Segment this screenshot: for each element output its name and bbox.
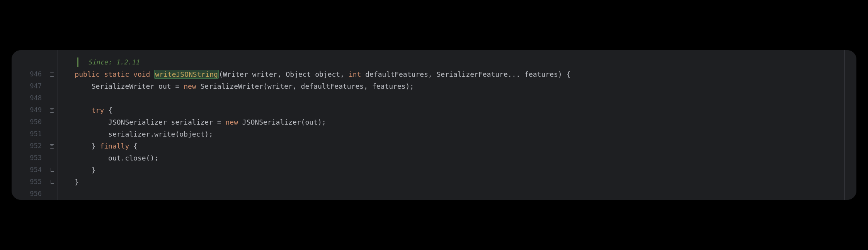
line-number[interactable]: 956	[12, 188, 48, 200]
fold-cell	[48, 128, 58, 140]
equals: =	[213, 118, 226, 126]
brace-open: {	[133, 142, 138, 150]
statement: out.close();	[108, 154, 158, 162]
code-line-954[interactable]: }	[58, 164, 844, 176]
since-annotation: Since: 1.2.11	[58, 56, 844, 68]
since-annotation-text: Since: 1.2.11	[81, 56, 140, 68]
fold-collapse-icon[interactable]	[48, 140, 58, 152]
param-object: object	[315, 70, 340, 78]
line-number[interactable]: 949	[12, 104, 48, 116]
fold-cell	[48, 56, 58, 68]
keyword-public: public	[75, 70, 100, 78]
param-writer: writer	[252, 70, 277, 78]
line-number-annotation-row	[12, 56, 48, 68]
type-serializer-feature: SerializerFeature	[437, 70, 508, 78]
brace-open: {	[562, 70, 571, 78]
brace-close: }	[92, 142, 96, 150]
line-number[interactable]: 950	[12, 116, 48, 128]
code-line-949[interactable]: try {	[58, 104, 844, 116]
code-line-946[interactable]: public static void writeJSONString(Write…	[58, 68, 844, 80]
keyword-static: static	[104, 70, 129, 78]
type-json-serializer: JSONSerializer	[108, 118, 167, 126]
var-serializer: serializer	[171, 118, 213, 126]
ctor-json-serializer: JSONSerializer	[242, 118, 301, 126]
code-line-952[interactable]: } finally {	[58, 140, 844, 152]
line-number[interactable]: 947	[12, 80, 48, 92]
keyword-new: new	[226, 118, 238, 126]
fold-collapse-icon[interactable]	[48, 104, 58, 116]
code-line-956[interactable]	[58, 188, 844, 200]
ctor-args: (writer, defaultFeatures, features);	[263, 82, 414, 90]
method-name-highlight: writeJSONString	[154, 70, 219, 79]
code-line-948[interactable]	[58, 92, 844, 104]
line-number[interactable]: 952	[12, 140, 48, 152]
equals: =	[171, 82, 184, 90]
comma: ,	[277, 70, 286, 78]
statement: serializer.write(object);	[108, 130, 213, 138]
keyword-void: void	[133, 70, 150, 78]
line-number[interactable]: 946	[12, 68, 48, 80]
code-line-955[interactable]: }	[58, 176, 844, 188]
line-number-gutter: 946 947 948 949 950 951 952 953 954 955 …	[12, 50, 48, 200]
keyword-new: new	[184, 82, 196, 90]
line-number[interactable]: 955	[12, 176, 48, 188]
var-out: out	[158, 82, 171, 90]
line-number[interactable]: 948	[12, 92, 48, 104]
param-default-features: defaultFeatures	[365, 70, 428, 78]
annotation-accent-bar	[77, 57, 78, 67]
paren-close: )	[558, 70, 562, 78]
code-line-950[interactable]: JSONSerializer serializer = new JSONSeri…	[58, 116, 844, 128]
code-content[interactable]: Since: 1.2.11 public static void writeJS…	[58, 50, 845, 200]
fold-end-icon[interactable]	[48, 176, 58, 188]
type-serialize-writer: SerializeWriter	[92, 82, 155, 90]
keyword-finally: finally	[96, 142, 134, 150]
param-features: features	[524, 70, 558, 78]
line-number[interactable]: 953	[12, 152, 48, 164]
fold-cell	[48, 152, 58, 164]
code-line-953[interactable]: out.close();	[58, 152, 844, 164]
fold-gutter	[48, 50, 58, 200]
fold-cell	[48, 92, 58, 104]
paren-open: (	[219, 70, 223, 78]
comma: ,	[340, 70, 349, 78]
brace-open: {	[104, 106, 112, 114]
keyword-int: int	[349, 70, 361, 78]
code-editor: 946 947 948 949 950 951 952 953 954 955 …	[12, 50, 856, 200]
fold-cell	[48, 116, 58, 128]
comma: ,	[428, 70, 437, 78]
brace-close: }	[92, 166, 96, 174]
varargs: ...	[508, 70, 521, 78]
fold-end-icon[interactable]	[48, 164, 58, 176]
line-number[interactable]: 951	[12, 128, 48, 140]
ctor-args: (out);	[301, 118, 326, 126]
type-object: Object	[286, 70, 311, 78]
fold-collapse-icon[interactable]	[48, 68, 58, 80]
brace-close: }	[75, 178, 79, 186]
right-margin	[845, 50, 856, 200]
ctor-serialize-writer: SerializeWriter	[201, 82, 264, 90]
code-line-951[interactable]: serializer.write(object);	[58, 128, 844, 140]
keyword-try: try	[92, 106, 104, 114]
code-line-947[interactable]: SerializeWriter out = new SerializeWrite…	[58, 80, 844, 92]
type-writer: Writer	[223, 70, 248, 78]
fold-cell	[48, 188, 58, 200]
fold-cell	[48, 80, 58, 92]
line-number[interactable]: 954	[12, 164, 48, 176]
